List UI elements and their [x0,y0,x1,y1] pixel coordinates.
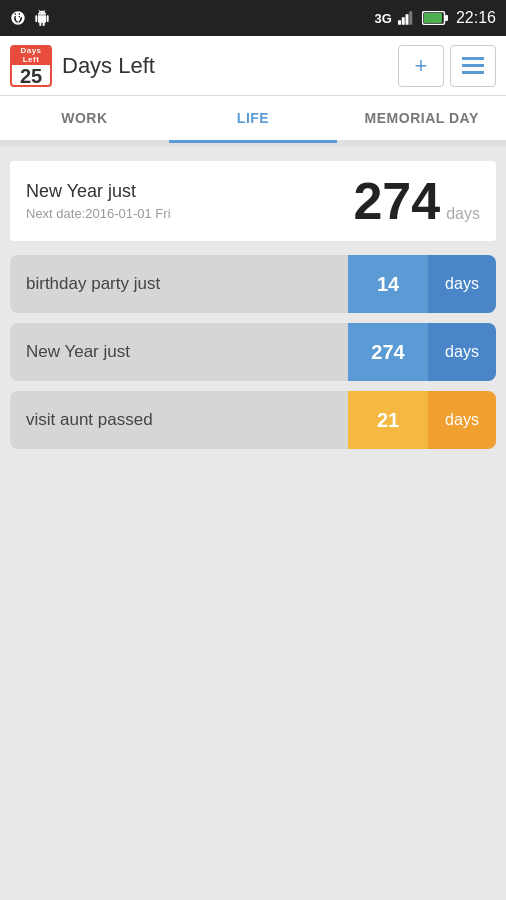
app-title: Days Left [62,53,155,79]
list-icon [462,57,484,75]
list-item[interactable]: birthday party just 14 days [10,255,496,313]
featured-days: 274 days [353,175,480,227]
featured-date: Next date:2016-01-01 Fri [26,206,353,221]
list-item-count: 14 [348,255,428,313]
featured-label: days [446,205,480,223]
calendar-icon-top-text: Days Left [12,45,50,65]
featured-count: 274 [353,175,440,227]
list-item-name: visit aunt passed [10,410,348,430]
featured-card: New Year just Next date:2016-01-01 Fri 2… [10,161,496,241]
svg-rect-1 [402,17,405,25]
featured-name: New Year just [26,181,353,202]
calendar-icon-number: 25 [20,66,42,86]
content-area: New Year just Next date:2016-01-01 Fri 2… [0,147,506,473]
list-item-name: New Year just [10,342,348,362]
list-item[interactable]: New Year just 274 days [10,323,496,381]
tab-memorial[interactable]: MEMORIAL DAY [337,96,506,140]
battery-icon [422,11,448,25]
featured-info: New Year just Next date:2016-01-01 Fri [26,181,353,221]
usb-icon [10,10,26,26]
android-icon [34,10,50,26]
list-button[interactable] [450,45,496,87]
header-right: + [398,45,496,87]
list-item-days-label: days [428,391,496,449]
header-left: Days Left 25 Days Left [10,45,155,87]
list-item-days-label: days [428,255,496,313]
signal-icon [398,10,416,26]
tab-life[interactable]: LIFE [169,96,338,143]
svg-rect-8 [462,64,484,67]
svg-rect-0 [398,20,401,25]
add-button[interactable]: + [398,45,444,87]
svg-rect-7 [462,57,484,60]
svg-rect-6 [445,15,448,21]
app-header: Days Left 25 Days Left + [0,36,506,96]
network-type: 3G [375,11,392,26]
status-right-icons: 3G 22:16 [375,9,496,27]
list-item-days-label: days [428,323,496,381]
status-left-icons [10,10,50,26]
list-item-count: 274 [348,323,428,381]
tab-bar: WORK LIFE MEMORIAL DAY [0,96,506,143]
list-item-name: birthday party just [10,274,348,294]
tab-work[interactable]: WORK [0,96,169,140]
svg-rect-9 [462,71,484,74]
status-bar: 3G 22:16 [0,0,506,36]
list-item[interactable]: visit aunt passed 21 days [10,391,496,449]
items-list: birthday party just 14 days New Year jus… [10,255,496,449]
svg-rect-2 [405,14,408,25]
clock: 22:16 [456,9,496,27]
svg-rect-3 [409,11,412,25]
list-item-count: 21 [348,391,428,449]
add-icon: + [415,53,428,79]
svg-rect-5 [424,13,442,23]
app-icon: Days Left 25 [10,45,52,87]
